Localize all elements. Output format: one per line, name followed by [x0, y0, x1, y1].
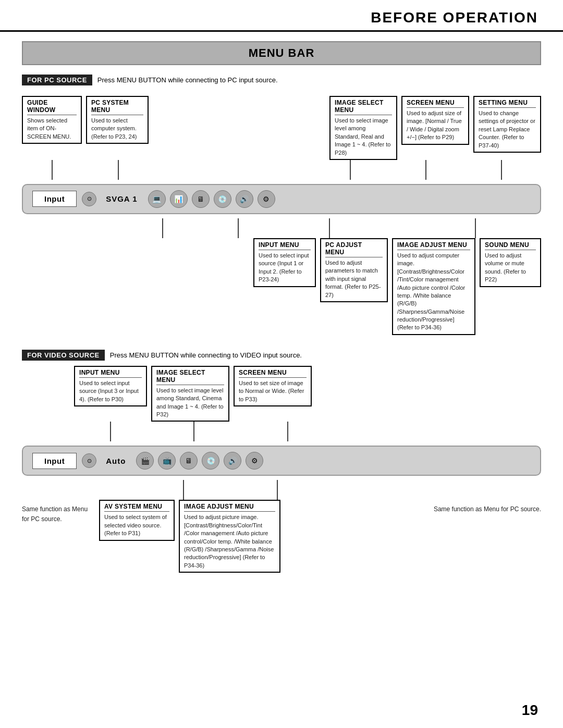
- pc-source-section: GUIDE WINDOW Shows selected item of ON-S…: [22, 91, 541, 335]
- sound-menu-pc-text: Used to adjust volume or mute sound. (Re…: [485, 252, 526, 282]
- page-number: 19: [522, 702, 538, 719]
- image-select-menu-video-text: Used to select image level among Standar…: [156, 387, 224, 417]
- input-menu-video-title: INPUT MENU: [79, 369, 142, 378]
- guide-window-text: Shows selected item of ON-SCREEN MENU.: [27, 117, 71, 140]
- pc-adjust-menu-title: PC ADJUST MENU: [325, 241, 383, 257]
- pc-icon-bar: 📊: [170, 190, 188, 208]
- video-menu-icons-row: 🎬 📺 🖥 💿 🔊 ⚙: [136, 452, 263, 470]
- input-menu-pc-block: INPUT MENU Used to select input source (…: [253, 238, 316, 287]
- screen-menu-pc-title: SCREEN MENU: [407, 99, 464, 108]
- input-menu-video-block: INPUT MENU Used to select input source (…: [74, 366, 147, 406]
- pc-source-label: FOR PC SOURCE: [22, 75, 92, 85]
- pc-adjust-menu-text: Used to adjust parameters to match with …: [325, 260, 381, 298]
- pc-system-menu-text: Used to select computer system. (Refer t…: [91, 117, 137, 140]
- video-input-button[interactable]: Input: [32, 453, 77, 469]
- image-adjust-menu-pc-block: IMAGE ADJUST MENU Used to adjust compute…: [392, 238, 475, 335]
- menu-bar-title-box: MENU BAR: [22, 41, 541, 65]
- video-icon-2: 📺: [158, 452, 176, 470]
- pc-system-menu-block: PC SYSTEM MENU Used to select computer s…: [86, 96, 149, 144]
- pc-icon-gear: ⚙: [258, 190, 275, 208]
- image-select-menu-pc-block: IMAGE SELECT MENU Used to select image l…: [329, 96, 397, 160]
- video-source-section-row: FOR VIDEO SOURCE Press MENU BUTTON while…: [22, 350, 541, 361]
- video-icon-speaker: 🔊: [224, 452, 241, 470]
- video-connector-icon: ⊙: [82, 453, 96, 468]
- video-icon-screen: 🖥: [180, 452, 198, 470]
- video-projector-bar: Input ⊙ Auto 🎬 📺 🖥 💿 🔊 ⚙: [22, 446, 541, 476]
- pc-signal-label: SVGA 1: [106, 194, 137, 203]
- pc-icon-screen: 🖥: [192, 190, 210, 208]
- screen-menu-pc-block: SCREEN MENU Used to adjust size of image…: [401, 96, 469, 145]
- menu-bar-heading: MENU BAR: [23, 46, 540, 60]
- video-source-desc: Press MENU BUTTON while connecting to VI…: [110, 351, 302, 359]
- input-menu-pc-title: INPUT MENU: [259, 241, 311, 250]
- pc-projector-bar: Input ⊙ SVGA 1 💻 📊 🖥 💿 🔊 ⚙: [22, 184, 541, 214]
- pc-icon-laptop: 💻: [148, 190, 166, 208]
- same-function-left: Same function as Menu for PC source.: [22, 500, 95, 524]
- av-system-menu-title: AV SYSTEM MENU: [104, 503, 169, 512]
- setting-menu-text: Used to change settings of projector or …: [479, 110, 535, 149]
- guide-window-title: GUIDE WINDOW: [27, 99, 77, 115]
- image-adjust-menu-video-text: Used to adjust picture image. [Contrast/…: [184, 514, 274, 568]
- video-bottom-connectors: [22, 480, 541, 500]
- image-adjust-menu-video-title: IMAGE ADJUST MENU: [184, 503, 275, 512]
- screen-menu-video-text: Used to set size of image to Normal or W…: [239, 380, 304, 402]
- pc-system-menu-title: PC SYSTEM MENU: [91, 99, 143, 115]
- same-function-right: Same function as Menu for PC source.: [285, 500, 541, 514]
- input-menu-pc-text: Used to select input source (Input 1 or …: [259, 252, 309, 282]
- pc-icon-speaker: 🔊: [236, 190, 253, 208]
- pc-source-desc: Press MENU BUTTON while connecting to PC…: [97, 76, 278, 84]
- sound-menu-pc-title: SOUND MENU: [485, 241, 536, 250]
- image-adjust-menu-pc-title: IMAGE ADJUST MENU: [397, 241, 470, 250]
- pc-top-connectors: [22, 160, 541, 180]
- image-select-menu-video-block: IMAGE SELECT MENU Used to select image l…: [151, 366, 229, 422]
- video-icon-disk: 💿: [202, 452, 219, 470]
- pc-adjust-menu-block: PC ADJUST MENU Used to adjust parameters…: [320, 238, 388, 302]
- pc-icon-disk: 💿: [214, 190, 231, 208]
- main-content: MENU BAR FOR PC SOURCE Press MENU BUTTON…: [0, 32, 563, 588]
- image-adjust-menu-video-block: IMAGE ADJUST MENU Used to adjust picture…: [179, 500, 280, 573]
- screen-menu-pc-text: Used to adjust size of image. [Normal / …: [407, 110, 462, 140]
- video-icon-1: 🎬: [136, 452, 154, 470]
- av-system-menu-block: AV SYSTEM MENU Used to select system of …: [99, 500, 175, 540]
- image-adjust-menu-pc-text: Used to adjust computer image. [Contrast…: [397, 252, 465, 331]
- page-header: BEFORE OPERATION: [0, 0, 563, 32]
- video-source-section: INPUT MENU Used to select input source (…: [22, 366, 541, 573]
- av-system-menu-text: Used to select system of selected video …: [104, 514, 167, 536]
- video-top-connectors: [22, 422, 541, 441]
- pc-source-section-row: FOR PC SOURCE Press MENU BUTTON while co…: [22, 75, 541, 85]
- sound-menu-pc-block: SOUND MENU Used to adjust volume or mute…: [480, 238, 541, 287]
- pc-connector-icon: ⊙: [82, 192, 96, 206]
- image-select-menu-pc-title: IMAGE SELECT MENU: [335, 99, 392, 115]
- video-signal-label: Auto: [106, 456, 126, 465]
- input-menu-video-text: Used to select input source (Input 3 or …: [79, 380, 139, 402]
- pc-menu-icons-row: 💻 📊 🖥 💿 🔊 ⚙: [148, 190, 275, 208]
- guide-window-block: GUIDE WINDOW Shows selected item of ON-S…: [22, 96, 82, 144]
- pc-input-button[interactable]: Input: [32, 191, 77, 207]
- setting-menu-block: SETTING MENU Used to change settings of …: [473, 96, 541, 153]
- image-select-menu-pc-text: Used to select image level among Standar…: [335, 117, 390, 156]
- setting-menu-title: SETTING MENU: [479, 99, 536, 108]
- video-source-label: FOR VIDEO SOURCE: [22, 350, 105, 361]
- pc-bottom-connectors: [22, 218, 541, 238]
- image-select-menu-video-title: IMAGE SELECT MENU: [156, 369, 224, 385]
- screen-menu-video-block: SCREEN MENU Used to set size of image to…: [234, 366, 312, 406]
- page-title: BEFORE OPERATION: [25, 9, 538, 26]
- screen-menu-video-title: SCREEN MENU: [239, 369, 307, 378]
- video-icon-gear: ⚙: [246, 452, 263, 470]
